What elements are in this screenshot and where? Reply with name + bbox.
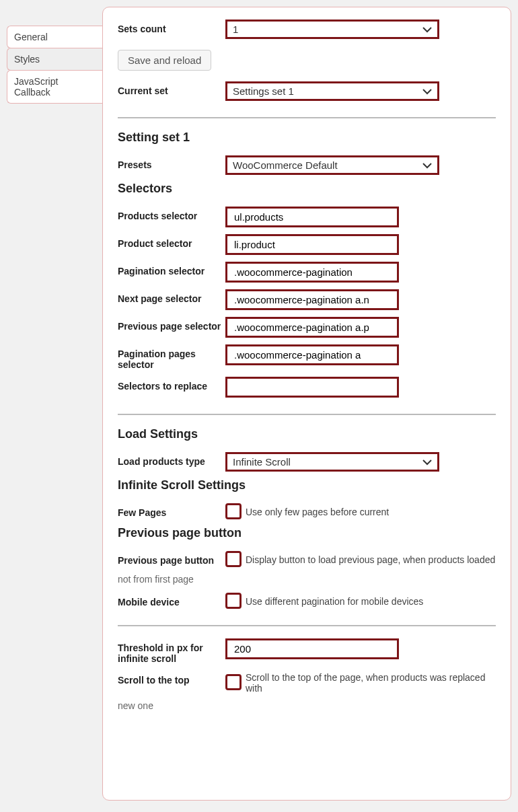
mobile-device-text: Use different pagination for mobile devi… (246, 595, 423, 607)
few-pages-text: Use only few pages before current (246, 505, 389, 517)
previous-page-button-heading: Previous page button (118, 526, 496, 540)
few-pages-label: Few Pages (118, 503, 225, 518)
pagination-selector-input[interactable] (225, 262, 399, 283)
sets-count-select[interactable]: 1 (225, 20, 439, 39)
chevron-down-icon (422, 162, 432, 169)
threshold-label: Threshold in px for infinite scroll (118, 638, 225, 664)
chevron-down-icon (422, 459, 432, 466)
selectors-to-replace-label: Selectors to replace (118, 377, 225, 392)
previous-page-button-label: Previous page button (118, 551, 225, 566)
previous-page-selector-input[interactable] (225, 317, 399, 338)
load-products-type-select[interactable]: Infinite Scroll (225, 452, 439, 472)
mobile-device-label: Mobile device (118, 593, 225, 607)
setting-set-heading: Setting set 1 (118, 131, 496, 145)
divider (118, 414, 496, 415)
pagination-selector-label: Pagination selector (118, 262, 225, 276)
pagination-pages-selector-label: Pagination pages selector (118, 344, 225, 370)
tab-javascript-callback[interactable]: JavaScript Callback (7, 70, 102, 104)
divider (118, 117, 496, 118)
selectors-heading: Selectors (118, 182, 496, 196)
scroll-to-top-note: new one (118, 700, 496, 711)
threshold-input[interactable] (225, 638, 399, 659)
previous-page-button-text: Display button to load previous page, wh… (246, 553, 495, 565)
few-pages-checkbox[interactable] (225, 503, 242, 519)
current-set-label: Current set (118, 81, 225, 96)
chevron-down-icon (422, 88, 432, 95)
previous-page-button-checkbox[interactable] (225, 551, 242, 567)
chevron-down-icon (422, 26, 432, 33)
products-selector-input[interactable] (225, 207, 399, 227)
mobile-device-checkbox[interactable] (225, 593, 242, 609)
next-page-selector-label: Next page selector (118, 289, 225, 304)
infinite-scroll-heading: Infinite Scroll Settings (118, 478, 496, 492)
products-selector-label: Products selector (118, 207, 225, 221)
load-settings-heading: Load Settings (118, 427, 496, 441)
presets-label: Presets (118, 155, 225, 170)
settings-panel: Sets count 1 Save and reload Current set (102, 7, 511, 801)
save-and-reload-button[interactable]: Save and reload (118, 50, 211, 71)
previous-page-selector-label: Previous page selector (118, 317, 225, 332)
current-set-select[interactable]: Settings set 1 (225, 81, 439, 101)
presets-select[interactable]: WooCommerce Default (225, 155, 439, 175)
tab-styles[interactable]: Styles (7, 48, 102, 71)
previous-page-button-note: not from first page (118, 574, 496, 585)
scroll-to-top-checkbox[interactable] (225, 674, 242, 690)
sets-count-label: Sets count (118, 20, 225, 34)
settings-tabs: General Styles JavaScript Callback (7, 26, 102, 103)
tab-general[interactable]: General (7, 26, 102, 48)
scroll-to-top-label: Scroll to the top (118, 671, 225, 686)
selectors-to-replace-input[interactable] (225, 377, 399, 398)
load-products-type-label: Load products type (118, 452, 225, 467)
next-page-selector-input[interactable] (225, 289, 399, 310)
pagination-pages-selector-input[interactable] (225, 344, 399, 365)
product-selector-label: Product selector (118, 234, 225, 249)
divider (118, 625, 496, 626)
product-selector-input[interactable] (225, 234, 399, 255)
scroll-to-top-text: Scroll to the top of the page, when prod… (246, 671, 496, 694)
